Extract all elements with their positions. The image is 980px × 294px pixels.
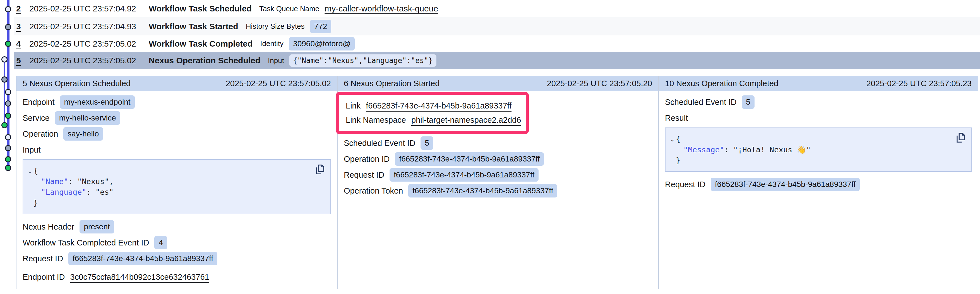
event-timestamp: 2025-02-25 UTC 23:57:05.02 — [29, 56, 149, 65]
request-id-badge: f665283f-743e-4374-b45b-9a61a89337ff — [68, 252, 217, 265]
event-status-dot — [2, 76, 8, 83]
json-close-line: } — [670, 155, 966, 166]
request-id-badge: f665283f-743e-4374-b45b-9a61a89337ff — [711, 178, 860, 191]
event-attr-label: Input — [268, 56, 284, 65]
copy-icon — [313, 163, 326, 176]
annotation-highlight-box: Link f665283f-743e-4374-b45b-9a61a89337f… — [336, 92, 529, 134]
event-status-dot — [2, 122, 8, 128]
collapse-chevron-icon[interactable]: ⌄ — [670, 134, 676, 145]
event-status-dot — [5, 41, 11, 47]
copy-icon — [955, 131, 967, 144]
event-id-link[interactable]: 3 — [16, 22, 29, 31]
operation-badge: say-hello — [64, 127, 103, 141]
panel-timestamp: 2025-02-25 UTC 23:57:05.20 — [547, 79, 652, 88]
scheduled-event-id-badge: 5 — [742, 95, 754, 109]
wtc-event-id-badge: 4 — [154, 236, 167, 250]
service-badge: my-hello-service — [55, 111, 120, 125]
field-scheduled-event-id: Scheduled Event ID 5 — [344, 137, 652, 149]
event-name: Workflow Task Started — [149, 22, 238, 31]
event-attr-label: Task Queue Name — [259, 5, 319, 13]
field-link-namespace: Link Namespace phil-target-namespace2.a2… — [346, 113, 521, 126]
result-json-viewer: ⌄{ "Message": "¡Hola! Nexus 👋" } — [665, 127, 972, 172]
json-open-line: ⌄{ — [27, 165, 325, 176]
panel-body: Scheduled Event ID 5 Result ⌄{ "Message"… — [659, 91, 978, 289]
event-status-dot — [5, 100, 11, 106]
scheduled-event-id-badge: 5 — [420, 137, 433, 150]
nexus-header-badge: present — [80, 220, 114, 234]
field-label: Scheduled Event ID — [665, 98, 737, 107]
event-id-link[interactable]: 4 — [16, 39, 29, 49]
panel-body: Endpoint my-nexus-endpoint Service my-he… — [16, 91, 337, 291]
field-input: Input — [22, 143, 331, 156]
field-wtc-event-id: Workflow Task Completed Event ID 4 — [22, 236, 331, 249]
field-label: Link — [346, 101, 361, 110]
field-result: Result — [665, 111, 972, 124]
panel-nexus-operation-completed: 10 Nexus Operation Completed 2025-02-25 … — [659, 76, 978, 289]
event-status-dot — [5, 6, 11, 12]
json-entry: "Message": "¡Hola! Nexus 👋" — [670, 145, 966, 155]
operation-id-badge: f665283f-743e-4374-b45b-9a61a89337ff — [395, 152, 544, 166]
json-entry: "Language": "es" — [27, 187, 325, 197]
event-row-3[interactable]: 3 2025-02-25 UTC 23:57:04.93 Workflow Ta… — [14, 17, 980, 35]
panel-header: 10 Nexus Operation Completed 2025-02-25 … — [659, 76, 978, 91]
field-label: Input — [22, 145, 41, 154]
field-label: Workflow Task Completed Event ID — [22, 238, 149, 248]
field-label: Operation — [22, 129, 58, 138]
field-label: Link Namespace — [346, 116, 406, 125]
input-json-viewer: ⌄{ "Name": "Nexus", "Language": "es" } — [22, 159, 331, 214]
event-status-dot — [5, 113, 11, 119]
field-nexus-header: Nexus Header present — [22, 220, 331, 233]
field-operation-token: Operation Token f665283f-743e-4374-b45b-… — [344, 184, 652, 197]
event-timestamp: 2025-02-25 UTC 23:57:04.92 — [29, 4, 149, 13]
operation-token-badge: f665283f-743e-4374-b45b-9a61a89337ff — [408, 184, 557, 197]
copy-button[interactable] — [955, 131, 967, 144]
json-close-line: } — [27, 197, 325, 208]
event-attr-label: Identity — [260, 39, 283, 48]
field-label: Endpoint ID — [22, 273, 65, 282]
field-label: Operation ID — [344, 154, 390, 164]
link-namespace-link[interactable]: phil-target-namespace2.a2dd6 — [411, 116, 521, 125]
panel-title: 10 Nexus Operation Completed — [665, 79, 778, 88]
event-row-4[interactable]: 4 2025-02-25 UTC 23:57:05.02 Workflow Ta… — [14, 35, 980, 52]
link-event-link[interactable]: f665283f-743e-4374-b45b-9a61a89337ff — [366, 101, 511, 110]
event-row-5-selected[interactable]: 5 2025-02-25 UTC 23:57:05.02 Nexus Opera… — [14, 52, 980, 69]
endpoint-id-link[interactable]: 3c0c75ccfa8144b092c13ce632463761 — [70, 273, 209, 282]
panel-header: 5 Nexus Operation Scheduled 2025-02-25 U… — [16, 76, 337, 91]
panel-timestamp: 2025-02-25 UTC 23:57:05.23 — [866, 79, 972, 88]
json-open-line: ⌄{ — [670, 133, 966, 145]
task-queue-link[interactable]: my-caller-workflow-task-queue — [325, 4, 438, 13]
panel-body: Link f665283f-743e-4374-b45b-9a61a89337f… — [338, 91, 658, 289]
event-timestamp: 2025-02-25 UTC 23:57:05.02 — [29, 39, 149, 49]
field-label: Nexus Header — [22, 222, 74, 232]
event-name: Nexus Operation Scheduled — [149, 56, 260, 65]
event-detail-panels: 5 Nexus Operation Scheduled 2025-02-25 U… — [16, 76, 978, 289]
event-id-link[interactable]: 5 — [16, 56, 29, 65]
field-link: Link f665283f-743e-4374-b45b-9a61a89337f… — [346, 100, 521, 113]
field-operation-id: Operation ID f665283f-743e-4374-b45b-9a6… — [344, 153, 652, 165]
event-attr-badge: 772 — [310, 20, 331, 33]
panel-timestamp: 2025-02-25 UTC 23:57:05.02 — [226, 79, 331, 88]
field-label: Request ID — [665, 180, 705, 189]
event-status-dot — [5, 165, 11, 171]
field-request-id: Request ID f665283f-743e-4374-b45b-9a61a… — [22, 252, 331, 265]
event-id-link[interactable]: 2 — [16, 4, 29, 13]
request-id-badge: f665283f-743e-4374-b45b-9a61a89337ff — [390, 168, 539, 181]
event-name: Workflow Task Scheduled — [149, 4, 252, 13]
panel-title: 5 Nexus Operation Scheduled — [22, 79, 130, 88]
event-status-dot — [5, 89, 11, 95]
event-name: Workflow Task Completed — [149, 39, 253, 49]
event-status-dot — [5, 134, 11, 140]
field-label: Service — [22, 113, 50, 123]
event-attr-label: History Size Bytes — [246, 22, 305, 31]
event-row-2[interactable]: 2 2025-02-25 UTC 23:57:04.92 Workflow Ta… — [14, 0, 980, 17]
copy-button[interactable] — [313, 163, 326, 176]
field-label: Request ID — [22, 254, 63, 263]
field-endpoint-id: Endpoint ID 3c0c75ccfa8144b092c13ce63246… — [22, 270, 331, 283]
field-label: Scheduled Event ID — [344, 138, 415, 148]
collapse-chevron-icon[interactable]: ⌄ — [27, 166, 33, 176]
json-entry: "Name": "Nexus", — [27, 176, 325, 187]
field-service: Service my-hello-service — [22, 111, 331, 124]
field-label: Result — [665, 113, 688, 123]
panel-title: 6 Nexus Operation Started — [344, 79, 439, 88]
field-scheduled-event-id: Scheduled Event ID 5 — [665, 96, 972, 108]
